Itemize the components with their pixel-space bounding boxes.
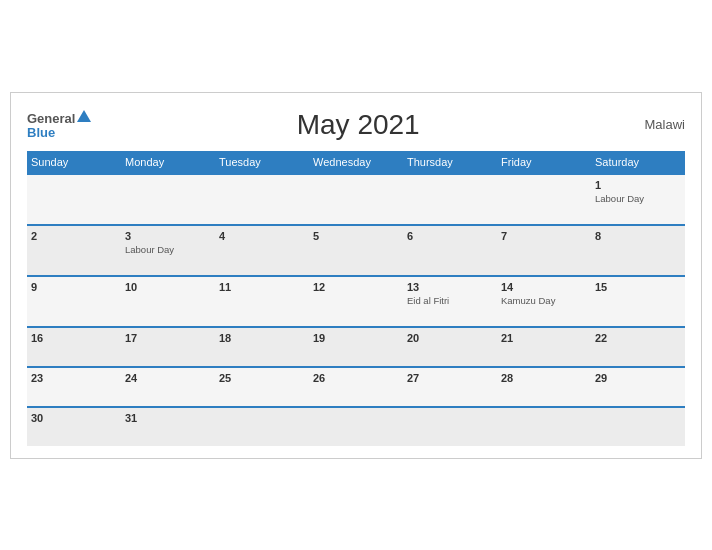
- day-number: 4: [219, 230, 305, 242]
- calendar-header: SundayMondayTuesdayWednesdayThursdayFrid…: [27, 151, 685, 174]
- day-number: 11: [219, 281, 305, 293]
- calendar-body: 1Labour Day23Labour Day45678910111213Eid…: [27, 174, 685, 446]
- day-cell: 5: [309, 225, 403, 276]
- calendar-table: SundayMondayTuesdayWednesdayThursdayFrid…: [27, 151, 685, 446]
- day-cell: 11: [215, 276, 309, 327]
- day-cell: [309, 407, 403, 446]
- day-number: 2: [31, 230, 117, 242]
- day-cell: 23: [27, 367, 121, 407]
- day-cell: 31: [121, 407, 215, 446]
- day-number: 28: [501, 372, 587, 384]
- weekday-header: Saturday: [591, 151, 685, 174]
- day-cell: 1Labour Day: [591, 174, 685, 225]
- holiday-label: Eid al Fitri: [407, 295, 493, 306]
- day-cell: 7: [497, 225, 591, 276]
- day-cell: [497, 407, 591, 446]
- day-cell: 22: [591, 327, 685, 367]
- day-number: 9: [31, 281, 117, 293]
- weekday-header: Friday: [497, 151, 591, 174]
- day-cell: [403, 174, 497, 225]
- day-number: 25: [219, 372, 305, 384]
- logo-blue: Blue: [27, 126, 91, 140]
- day-number: 23: [31, 372, 117, 384]
- day-cell: [497, 174, 591, 225]
- day-cell: 27: [403, 367, 497, 407]
- day-number: 3: [125, 230, 211, 242]
- weekday-header: Monday: [121, 151, 215, 174]
- day-number: 5: [313, 230, 399, 242]
- day-number: 20: [407, 332, 493, 344]
- logo-general: General: [27, 109, 91, 127]
- holiday-label: Kamuzu Day: [501, 295, 587, 306]
- week-row: 1Labour Day: [27, 174, 685, 225]
- day-number: 13: [407, 281, 493, 293]
- day-number: 26: [313, 372, 399, 384]
- logo-triangle-icon: [77, 110, 91, 122]
- day-cell: 24: [121, 367, 215, 407]
- week-row: 910111213Eid al Fitri14Kamuzu Day15: [27, 276, 685, 327]
- day-cell: 14Kamuzu Day: [497, 276, 591, 327]
- day-cell: 25: [215, 367, 309, 407]
- day-cell: 3Labour Day: [121, 225, 215, 276]
- holiday-label: Labour Day: [595, 193, 681, 204]
- day-number: 10: [125, 281, 211, 293]
- day-cell: 9: [27, 276, 121, 327]
- country-label: Malawi: [625, 117, 685, 132]
- day-cell: 29: [591, 367, 685, 407]
- day-cell: [121, 174, 215, 225]
- day-number: 16: [31, 332, 117, 344]
- holiday-label: Labour Day: [125, 244, 211, 255]
- day-number: 14: [501, 281, 587, 293]
- day-cell: [309, 174, 403, 225]
- day-cell: [27, 174, 121, 225]
- day-cell: 20: [403, 327, 497, 367]
- day-cell: 17: [121, 327, 215, 367]
- day-cell: 8: [591, 225, 685, 276]
- day-number: 19: [313, 332, 399, 344]
- day-cell: 28: [497, 367, 591, 407]
- header-row: General Blue May 2021 Malawi: [27, 109, 685, 141]
- day-cell: 4: [215, 225, 309, 276]
- day-cell: 16: [27, 327, 121, 367]
- day-number: 12: [313, 281, 399, 293]
- day-number: 18: [219, 332, 305, 344]
- day-cell: 10: [121, 276, 215, 327]
- day-number: 17: [125, 332, 211, 344]
- day-cell: [591, 407, 685, 446]
- weekday-header: Sunday: [27, 151, 121, 174]
- calendar-container: General Blue May 2021 Malawi SundayMonda…: [10, 92, 702, 459]
- day-number: 24: [125, 372, 211, 384]
- day-cell: [215, 174, 309, 225]
- day-cell: 2: [27, 225, 121, 276]
- day-number: 22: [595, 332, 681, 344]
- day-cell: 15: [591, 276, 685, 327]
- weekday-header: Thursday: [403, 151, 497, 174]
- day-cell: 12: [309, 276, 403, 327]
- day-number: 6: [407, 230, 493, 242]
- week-row: 16171819202122: [27, 327, 685, 367]
- day-cell: 21: [497, 327, 591, 367]
- day-number: 8: [595, 230, 681, 242]
- day-number: 27: [407, 372, 493, 384]
- day-cell: [215, 407, 309, 446]
- day-number: 1: [595, 179, 681, 191]
- day-cell: 18: [215, 327, 309, 367]
- day-number: 21: [501, 332, 587, 344]
- week-row: 3031: [27, 407, 685, 446]
- day-cell: 26: [309, 367, 403, 407]
- logo: General Blue: [27, 109, 91, 141]
- day-number: 7: [501, 230, 587, 242]
- day-cell: 6: [403, 225, 497, 276]
- weekday-row: SundayMondayTuesdayWednesdayThursdayFrid…: [27, 151, 685, 174]
- day-number: 31: [125, 412, 211, 424]
- day-cell: [403, 407, 497, 446]
- weekday-header: Wednesday: [309, 151, 403, 174]
- day-cell: 19: [309, 327, 403, 367]
- week-row: 23Labour Day45678: [27, 225, 685, 276]
- week-row: 23242526272829: [27, 367, 685, 407]
- day-cell: 30: [27, 407, 121, 446]
- weekday-header: Tuesday: [215, 151, 309, 174]
- day-number: 30: [31, 412, 117, 424]
- day-number: 15: [595, 281, 681, 293]
- day-number: 29: [595, 372, 681, 384]
